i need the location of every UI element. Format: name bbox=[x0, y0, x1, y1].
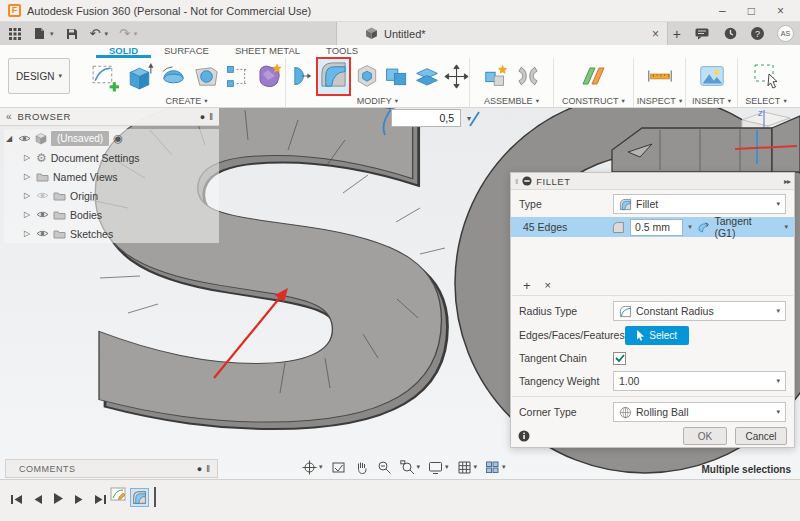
extrude-tool[interactable] bbox=[123, 60, 156, 93]
ok-button[interactable]: OK bbox=[683, 427, 727, 445]
panel-grip-icon[interactable]: ‖ bbox=[209, 112, 213, 122]
fillet-tool-selected[interactable] bbox=[316, 57, 351, 96]
document-tab-close-icon[interactable]: × bbox=[652, 27, 659, 41]
revolve-tool[interactable] bbox=[158, 61, 189, 92]
type-dropdown[interactable]: Fillet ▾ bbox=[613, 194, 786, 214]
browser-item-origin[interactable]: ▷ Origin bbox=[4, 186, 219, 205]
dropdown-arrow-icon[interactable]: ▾ bbox=[784, 223, 788, 231]
browser-root-item[interactable]: ◢ (Unsaved) ◉ bbox=[4, 129, 219, 148]
remove-edge-set-button[interactable]: × bbox=[545, 279, 551, 291]
expand-closed-icon[interactable]: ▷ bbox=[22, 210, 32, 219]
combine-tool[interactable] bbox=[383, 62, 411, 90]
panel-dot-icon[interactable]: ● bbox=[200, 112, 205, 122]
panel-dot-icon[interactable]: ● bbox=[197, 464, 202, 474]
sweep-tool[interactable] bbox=[191, 61, 222, 92]
timeline-marker[interactable] bbox=[154, 487, 156, 507]
edge-set-row[interactable]: 45 Edges 0.5 mm ▾ Tangent (G1) ▾ bbox=[511, 217, 794, 237]
tangent-chain-checkbox[interactable] bbox=[613, 352, 626, 365]
activate-component-icon[interactable]: ◉ bbox=[113, 132, 123, 145]
collapse-panel-icon[interactable]: « bbox=[6, 111, 12, 122]
create-form-tool[interactable] bbox=[253, 60, 285, 92]
file-menu-icon[interactable] bbox=[33, 26, 46, 41]
tab-solid[interactable]: SOLID bbox=[96, 45, 151, 58]
expand-closed-icon[interactable]: ▷ bbox=[22, 172, 32, 181]
undo-icon[interactable]: ↶ bbox=[90, 26, 101, 41]
zoom-tool[interactable] bbox=[377, 460, 392, 475]
skip-to-start-button[interactable] bbox=[10, 491, 23, 509]
browser-item-named-views[interactable]: ▷ Named Views bbox=[4, 167, 219, 186]
select-tool[interactable] bbox=[750, 60, 782, 92]
split-body-tool[interactable] bbox=[413, 62, 441, 90]
file-menu-arrow-icon[interactable]: ▾ bbox=[50, 30, 54, 38]
sketch-feature-icon[interactable] bbox=[110, 486, 127, 507]
undo-arrow-icon[interactable]: ▾ bbox=[104, 30, 108, 38]
fit-tool[interactable]: ▾ bbox=[400, 460, 421, 475]
corner-type-dropdown[interactable]: Rolling Ball ▾ bbox=[613, 402, 786, 422]
group-insert-label[interactable]: INSERT▾ bbox=[692, 94, 731, 107]
viewports-tool[interactable]: ▾ bbox=[485, 460, 506, 475]
new-component-tool[interactable] bbox=[482, 61, 512, 91]
expand-closed-icon[interactable]: ▷ bbox=[22, 229, 32, 238]
comments-panel[interactable]: COMMENTS ● ‖ bbox=[5, 459, 218, 478]
save-icon[interactable] bbox=[65, 27, 79, 41]
expand-closed-icon[interactable]: ▷ bbox=[22, 153, 32, 162]
cancel-button[interactable]: Cancel bbox=[735, 427, 787, 445]
pan-tool[interactable] bbox=[354, 460, 369, 475]
group-modify-label[interactable]: MODIFY▾ bbox=[357, 94, 398, 107]
look-at-tool[interactable] bbox=[331, 460, 346, 475]
tab-surface[interactable]: SURFACE bbox=[151, 45, 222, 58]
dialog-expand-icon[interactable]: ▸▸ bbox=[784, 177, 790, 186]
app-grid-icon[interactable] bbox=[8, 27, 22, 41]
browser-header[interactable]: « BROWSER ● ‖ bbox=[0, 108, 219, 126]
press-pull-tool[interactable] bbox=[286, 62, 314, 90]
rectangular-pattern-tool[interactable] bbox=[224, 63, 251, 90]
help-icon[interactable]: ? bbox=[751, 27, 764, 40]
info-icon[interactable] bbox=[518, 430, 530, 442]
tab-sheet-metal[interactable]: SHEET METAL bbox=[222, 45, 313, 58]
avatar[interactable]: AS bbox=[777, 25, 794, 42]
select-button[interactable]: Select bbox=[625, 326, 689, 345]
construct-plane-tool[interactable] bbox=[578, 60, 610, 92]
play-button[interactable] bbox=[53, 491, 64, 509]
display-settings-tool[interactable]: ▾ bbox=[428, 460, 449, 475]
visibility-eye-icon[interactable] bbox=[36, 210, 49, 219]
step-forward-button[interactable] bbox=[74, 491, 84, 509]
close-button[interactable]: × bbox=[777, 5, 784, 17]
panel-grip-icon[interactable]: ‖ bbox=[206, 464, 210, 474]
browser-item-bodies[interactable]: ▷ Bodies bbox=[4, 205, 219, 224]
radius-input[interactable]: 0,5 bbox=[391, 109, 461, 127]
workspace-design-button[interactable]: DESIGN ▾ bbox=[8, 58, 70, 94]
create-sketch-tool[interactable] bbox=[88, 60, 121, 93]
joint-tool[interactable] bbox=[514, 62, 542, 90]
insert-image-tool[interactable] bbox=[697, 61, 727, 91]
group-create-label[interactable]: CREATE▾ bbox=[165, 94, 207, 107]
minimize-button[interactable]: – bbox=[719, 5, 726, 17]
viewport-3d[interactable]: S S FRONT Z bbox=[0, 108, 800, 479]
skip-to-end-button[interactable] bbox=[94, 491, 107, 509]
add-edge-set-button[interactable]: + bbox=[523, 278, 531, 293]
radius-type-dropdown[interactable]: Constant Radius ▾ bbox=[613, 301, 786, 321]
dialog-grip-icon[interactable]: ‖ bbox=[515, 177, 518, 186]
group-construct-label[interactable]: CONSTRUCT▾ bbox=[562, 94, 625, 107]
radius-value-input[interactable]: 0.5 mm bbox=[630, 219, 683, 236]
tangency-weight-input[interactable]: 1.00 ▾ bbox=[613, 371, 786, 391]
fillet-dialog-header[interactable]: ‖ FILLET ▸▸ bbox=[511, 173, 794, 190]
job-status-icon[interactable] bbox=[723, 26, 738, 41]
visibility-eye-icon[interactable] bbox=[36, 229, 49, 238]
root-document-name[interactable]: (Unsaved) bbox=[51, 131, 109, 146]
move-copy-tool[interactable] bbox=[443, 63, 470, 90]
visibility-eye-icon[interactable] bbox=[36, 191, 49, 200]
redo-icon[interactable]: ↷ bbox=[119, 26, 130, 41]
expand-open-icon[interactable]: ◢ bbox=[4, 134, 14, 143]
feedback-icon[interactable] bbox=[694, 27, 710, 41]
orbit-tool[interactable]: ▾ bbox=[302, 460, 323, 475]
browser-item-sketches[interactable]: ▷ Sketches bbox=[4, 224, 219, 243]
expand-closed-icon[interactable]: ▷ bbox=[22, 191, 32, 200]
redo-arrow-icon[interactable]: ▾ bbox=[134, 30, 138, 38]
group-inspect-label[interactable]: INSPECT▾ bbox=[637, 94, 682, 107]
radius-dropdown-icon[interactable]: ▾ bbox=[461, 114, 477, 123]
maximize-button[interactable]: □ bbox=[748, 5, 755, 17]
group-assemble-label[interactable]: ASSEMBLE▾ bbox=[484, 94, 539, 107]
group-select-label[interactable]: SELECT▾ bbox=[745, 94, 786, 107]
measure-tool[interactable] bbox=[645, 61, 675, 91]
